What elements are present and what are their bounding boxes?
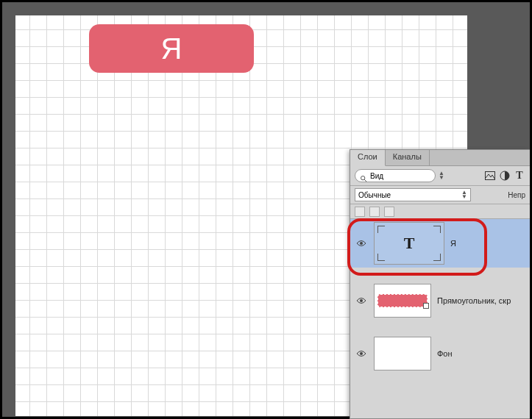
dropdown-icon: ▲▼ <box>461 190 467 199</box>
layer-name[interactable]: Фон <box>437 349 453 358</box>
layer-search-input[interactable] <box>370 172 430 180</box>
layer-name[interactable]: Прямоугольник, скр <box>437 296 511 305</box>
svg-line-1 <box>364 179 366 182</box>
rounded-rectangle-shape[interactable]: Я <box>89 24 254 73</box>
layers-list: T Я Прямоугольник, скр Фон <box>350 219 530 373</box>
tab-layers[interactable]: Слои <box>350 150 386 166</box>
eye-icon[interactable] <box>355 347 368 360</box>
blend-mode-row: Обычные ▲▼ Непр <box>350 186 530 204</box>
layer-row-background[interactable]: Фон <box>350 334 530 373</box>
layer-filter-row: ▲▼ T <box>350 166 530 186</box>
magnifier-icon <box>360 172 367 179</box>
layer-thumbnail[interactable]: T <box>374 222 444 265</box>
layer-row-text[interactable]: T Я <box>350 219 530 268</box>
filter-image-icon[interactable] <box>484 170 496 182</box>
lock-all-icon[interactable] <box>384 207 394 217</box>
svg-point-4 <box>360 242 363 245</box>
text-layer-content[interactable]: Я <box>161 32 182 65</box>
app-frame: Я Слои Каналы ▲▼ T Обычные ▲▼ <box>2 2 530 417</box>
dropdown-icon[interactable]: ▲▼ <box>439 171 444 180</box>
filter-adjust-icon[interactable] <box>499 170 511 182</box>
layer-row-shape[interactable]: Прямоугольник, скр <box>350 281 530 320</box>
layer-thumbnail[interactable] <box>374 284 431 318</box>
lock-position-icon[interactable] <box>369 207 380 217</box>
layer-thumbnail[interactable] <box>374 337 431 370</box>
panel-tabs: Слои Каналы <box>350 150 530 166</box>
layer-name[interactable]: Я <box>450 239 456 248</box>
opacity-label: Непр <box>508 191 525 199</box>
layer-search[interactable] <box>355 169 436 182</box>
blend-mode-select[interactable]: Обычные ▲▼ <box>355 188 471 201</box>
filter-text-icon[interactable]: T <box>514 170 525 182</box>
tab-channels[interactable]: Каналы <box>386 150 430 165</box>
svg-point-5 <box>360 299 363 302</box>
svg-point-0 <box>361 176 365 180</box>
svg-point-6 <box>360 352 363 355</box>
eye-icon[interactable] <box>355 294 368 307</box>
eye-icon[interactable] <box>355 237 368 250</box>
lock-row <box>350 204 530 219</box>
layers-panel: Слои Каналы ▲▼ T Обычные ▲▼ Непр <box>350 149 530 419</box>
blend-mode-value: Обычные <box>358 191 391 199</box>
lock-pixels-icon[interactable] <box>355 207 365 217</box>
